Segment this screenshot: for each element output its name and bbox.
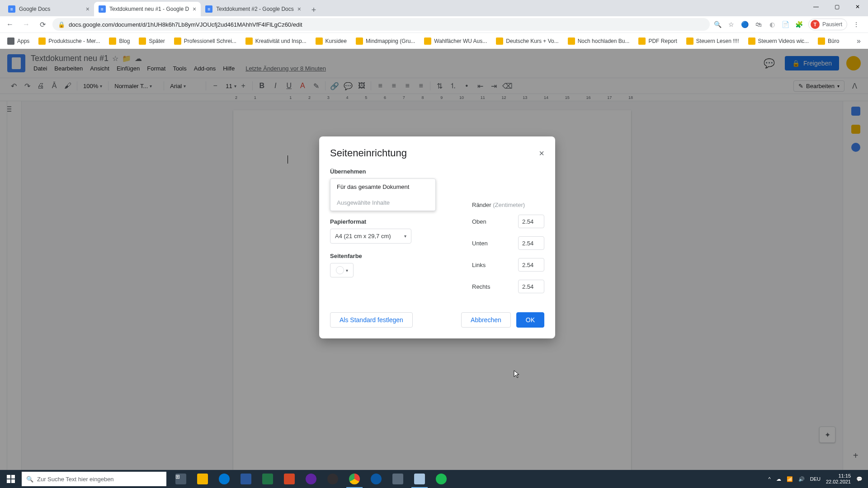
tab-strip: ≡ Google Docs × ≡ Textdokument neu #1 - … <box>0 0 868 16</box>
page-color-select[interactable]: ▾ <box>330 263 354 277</box>
bookmark-item[interactable]: Apps <box>4 36 33 47</box>
edge-icon[interactable] <box>213 470 235 488</box>
bookmark-folder-icon <box>109 38 116 45</box>
bookmark-item[interactable]: Blog <box>105 36 133 47</box>
extension-icon[interactable]: 📄 <box>781 20 790 29</box>
bookmark-item[interactable]: Kreativität und Insp... <box>242 36 310 47</box>
page-setup-dialog: Seiteneinrichtung × Übernehmen Für das g… <box>319 136 555 338</box>
bookmark-folder-icon <box>686 38 693 45</box>
bookmark-folder-icon <box>424 38 431 45</box>
bookmark-folder-icon <box>356 38 363 45</box>
browser-tab-0[interactable]: ≡ Google Docs × <box>4 2 94 16</box>
bookmark-item[interactable]: Mindmapping (Gru... <box>352 36 419 47</box>
apply-whole-option[interactable]: Für das gesamte Dokument <box>330 179 435 195</box>
volume-icon[interactable]: 🔊 <box>798 476 805 482</box>
extension-icon[interactable]: 🔵 <box>741 20 750 29</box>
bookmark-item[interactable]: Später <box>135 36 168 47</box>
svg-rect-2 <box>7 479 10 483</box>
bookmark-item[interactable]: Büro <box>814 36 843 47</box>
extensions-puzzle-icon[interactable]: 🧩 <box>795 20 804 29</box>
start-button[interactable] <box>0 470 22 488</box>
wifi-icon[interactable]: 📶 <box>787 476 793 482</box>
bookmark-item[interactable]: Steuern Lesen !!!! <box>683 36 743 47</box>
tab-close-icon[interactable]: × <box>193 5 196 13</box>
task-view-button[interactable]: ⊞ <box>170 470 192 488</box>
bookmark-label: Büro <box>828 38 839 44</box>
obs-icon[interactable] <box>322 470 344 488</box>
chrome-menu-icon[interactable]: ⋮ <box>852 20 861 29</box>
margin-top-input[interactable] <box>518 215 544 228</box>
language-indicator[interactable]: DEU <box>810 476 821 482</box>
clock-time: 11:15 <box>826 473 851 479</box>
clock[interactable]: 11:15 22.02.2021 <box>826 473 851 485</box>
browser-tab-2[interactable]: ≡ Textdokument #2 - Google Docs × <box>201 2 306 16</box>
bookmark-folder-icon <box>748 38 755 45</box>
nav-reload-button[interactable]: ⟳ <box>36 18 49 31</box>
edge-new-icon[interactable] <box>365 470 387 488</box>
profile-button[interactable]: T Pausiert <box>808 19 847 30</box>
bookmark-item[interactable]: Produktsuche - Mer... <box>35 36 104 47</box>
bookmark-label: Deutsche Kurs + Vo... <box>506 38 558 44</box>
margin-left-input[interactable] <box>518 258 544 272</box>
bookmark-label: Produktsuche - Mer... <box>48 38 100 44</box>
notifications-icon[interactable]: 💬 <box>856 476 863 482</box>
apply-selected-option: Ausgewählte Inhalte <box>330 195 435 211</box>
bookmark-folder-icon <box>245 38 253 45</box>
bookmark-item[interactable]: Deutsche Kurs + Vo... <box>492 36 562 47</box>
apply-to-label: Übernehmen <box>330 168 454 175</box>
paper-size-select[interactable]: A4 (21 cm x 29,7 cm) <box>330 229 411 244</box>
set-default-button[interactable]: Als Standard festlegen <box>330 312 413 328</box>
spotify-icon[interactable] <box>430 470 452 488</box>
dialog-close-button[interactable]: × <box>539 148 544 159</box>
tab-close-icon[interactable]: × <box>86 5 90 13</box>
new-tab-button[interactable]: + <box>307 4 320 16</box>
margin-bottom-input[interactable] <box>518 236 544 250</box>
bookmark-item[interactable]: PDF Report <box>635 36 680 47</box>
bookmark-label: Mindmapping (Gru... <box>366 38 415 44</box>
powerpoint-icon[interactable] <box>278 470 300 488</box>
app-icon[interactable] <box>387 470 409 488</box>
margin-right-label: Rechts <box>472 283 490 290</box>
search-placeholder: Zur Suche Text hier eingeben <box>37 476 114 483</box>
ok-button[interactable]: OK <box>516 312 544 328</box>
bookmark-label: Später <box>149 38 165 44</box>
browser-tab-1[interactable]: ≡ Textdokument neu #1 - Google D × <box>94 2 201 16</box>
file-explorer-icon[interactable] <box>192 470 213 488</box>
paper-size-value: A4 (21 cm x 29,7 cm) <box>335 233 391 239</box>
cancel-button[interactable]: Abbrechen <box>461 312 511 328</box>
svg-rect-3 <box>11 479 15 483</box>
window-controls: — ▢ ✕ <box>806 0 868 14</box>
bookmark-item[interactable]: Kursidee <box>312 36 350 47</box>
app-icon[interactable] <box>300 470 322 488</box>
window-minimize[interactable]: — <box>806 0 826 14</box>
bookmark-item[interactable]: Steuern Videos wic... <box>745 36 813 47</box>
clock-date: 22.02.2021 <box>826 479 851 485</box>
zoom-icon[interactable]: 🔍 <box>713 20 722 29</box>
excel-icon[interactable] <box>257 470 278 488</box>
nav-forward-button[interactable]: → <box>20 18 33 31</box>
notepad-icon[interactable] <box>409 470 430 488</box>
chrome-icon[interactable] <box>344 470 365 488</box>
taskbar-search-input[interactable]: 🔍 Zur Suche Text hier eingeben <box>22 472 166 486</box>
window-close[interactable]: ✕ <box>847 0 868 14</box>
bookmarks-overflow-icon[interactable]: » <box>853 35 864 47</box>
docs-favicon-icon: ≡ <box>8 5 15 13</box>
extension-icon[interactable]: ◐ <box>768 20 777 29</box>
tray-chevron-icon[interactable]: ^ <box>769 476 771 482</box>
bookmark-star-icon[interactable]: ☆ <box>727 20 736 29</box>
tab-close-icon[interactable]: × <box>297 5 301 13</box>
word-icon[interactable] <box>235 470 257 488</box>
nav-back-button[interactable]: ← <box>4 18 16 31</box>
bookmark-item[interactable]: Noch hochladen Bu... <box>564 36 633 47</box>
window-maximize[interactable]: ▢ <box>826 0 847 14</box>
bookmark-folder-icon <box>7 38 14 45</box>
onedrive-icon[interactable]: ☁ <box>776 476 781 482</box>
margin-top-label: Oben <box>472 218 486 225</box>
extension-icon[interactable]: 🛍 <box>754 20 763 29</box>
bookmark-item[interactable]: Wahlfächer WU Aus... <box>420 36 491 47</box>
bookmark-item[interactable]: Professionell Schrei... <box>170 36 240 47</box>
margin-right-input[interactable] <box>518 280 544 293</box>
bookmark-label: Steuern Lesen !!!! <box>696 38 739 44</box>
url-text: docs.google.com/document/d/1hUH8k6h7Lb8y… <box>69 21 302 28</box>
url-input[interactable]: 🔒 docs.google.com/document/d/1hUH8k6h7Lb… <box>52 18 710 31</box>
